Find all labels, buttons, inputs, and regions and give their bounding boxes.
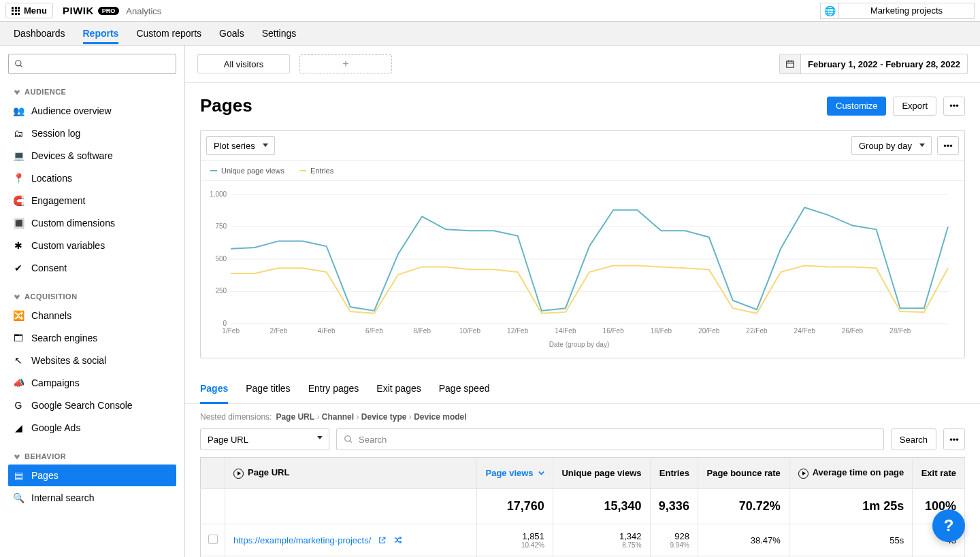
date-range-selector[interactable]: February 1, 2022 - February 28, 2022 [779,54,968,74]
svg-text:24/Feb: 24/Feb [794,327,816,335]
svg-text:10/Feb: 10/Feb [459,327,481,335]
more-icon: ••• [943,141,953,151]
google-ads-icon: ◢ [14,422,23,433]
chart-more-button[interactable]: ••• [937,136,959,155]
check-icon: ✔ [14,263,23,273]
group-by-select[interactable]: Group by day [851,136,932,155]
svg-text:1/Feb: 1/Feb [222,327,240,335]
svg-text:16/Feb: 16/Feb [603,327,625,335]
table-more-button[interactable]: ••• [943,428,965,450]
svg-text:26/Feb: 26/Feb [842,327,864,335]
tab-pages[interactable]: Pages [200,375,228,404]
svg-point-0 [16,61,21,66]
play-icon [233,469,244,479]
tab-entry-pages[interactable]: Entry pages [308,375,359,403]
sidebar-item-pages[interactable]: ▤Pages [8,465,176,486]
menu-button[interactable]: Menu [5,3,53,18]
summary-row: 17,76015,3409,33670.72%1m 25s100% [201,489,965,524]
sidebar-item-custom-dimensions[interactable]: 🔳Custom dimensions [8,212,176,234]
pages-icon: ▤ [14,470,23,481]
sidebar-item-campaigns[interactable]: 📣Campaigns [8,372,176,394]
subnav-settings[interactable]: Settings [262,22,297,44]
col-unique[interactable]: Unique page views [553,458,650,489]
sidebar-item-search-engines[interactable]: 🗔Search engines [8,327,176,349]
sidebar-item-session-log[interactable]: 🗂Session log [8,122,176,144]
subnav-custom-reports[interactable]: Custom reports [136,22,201,44]
row-checkbox[interactable] [208,535,218,544]
external-link-icon[interactable] [378,536,387,545]
table-row[interactable]: https://example/marketing-projects/ 1,85… [201,524,965,556]
plus-icon: + [342,58,348,70]
svg-text:4/Feb: 4/Feb [318,327,336,335]
customize-button[interactable]: Customize [827,97,886,116]
swatch-icon [299,170,306,171]
search-window-icon: 🗔 [14,333,23,343]
tab-page-speed[interactable]: Page speed [439,375,490,403]
speaker-icon: 📣 [14,377,23,388]
sidebar-group-behavior[interactable]: BEHAVIOR [0,448,184,465]
sidebar-item-audience-overview[interactable]: 👥Audience overview [8,100,176,122]
col-page-url[interactable]: Page URL [225,458,477,489]
globe-icon: 🌐 [824,5,836,16]
sidebar-item-internal-search[interactable]: 🔍Internal search [8,487,176,509]
filter-all-visitors[interactable]: All visitors [197,54,290,73]
legend-unique-page-views[interactable]: Unique page views [210,167,284,175]
more-actions-button[interactable]: ••• [943,97,965,116]
line-chart: 02505007501,0001/Feb2/Feb4/Feb6/Feb8/Feb… [203,188,955,351]
main-nav: DashboardsReportsCustom reportsGoalsSett… [0,22,980,46]
sidebar-item-locations[interactable]: 📍Locations [8,167,176,189]
search-icon: 🔍 [14,492,23,503]
nested-channel[interactable]: Channel [322,412,354,422]
plot-series-select[interactable]: Plot series [206,136,275,155]
subnav-dashboards[interactable]: Dashboards [14,22,65,44]
sidebar-item-channels[interactable]: 🔀Channels [8,305,176,326]
sidebar-item-custom-variables[interactable]: ✱Custom variables [8,235,176,256]
more-icon: ••• [949,101,959,111]
chart-card: Plot series Group by day ••• Unique page… [200,130,965,358]
col-avg-time[interactable]: Average time on page [789,458,912,489]
help-fab[interactable]: ? [932,509,965,542]
sidebar-item-consent[interactable]: ✔Consent [8,257,176,279]
nested-page-url[interactable]: Page URL [276,412,314,422]
checkbox-header[interactable] [201,458,225,489]
col-bounce[interactable]: Page bounce rate [698,458,789,489]
cube-icon: 🔳 [14,218,23,229]
col-entries[interactable]: Entries [650,458,698,489]
topbar: Menu PIWIK PRO Analytics 🌐 Marketing pro… [0,0,980,22]
svg-point-32 [345,436,350,441]
sidebar-item-google-ads[interactable]: ◢Google Ads [8,417,176,439]
asterisk-icon: ✱ [14,240,23,251]
sidebar-group-acquisition[interactable]: ACQUISITION [0,288,184,305]
table-search-input[interactable]: Search [336,428,884,450]
svg-text:14/Feb: 14/Feb [555,327,576,335]
subnav-goals[interactable]: Goals [219,22,244,44]
url-link[interactable]: https://example/marketing-projects/ [233,535,371,545]
content-tabs: PagesPage titlesEntry pagesExit pagesPag… [185,375,980,404]
tab-page-titles[interactable]: Page titles [246,375,290,403]
shuffle-icon[interactable] [393,535,403,545]
svg-text:Date (group by day): Date (group by day) [549,341,610,348]
tab-exit-pages[interactable]: Exit pages [376,375,421,403]
globe-button[interactable]: 🌐 [820,3,839,19]
sidebar-search[interactable] [8,54,176,74]
device-icon: 💻 [14,150,23,161]
sidebar-item-devices-software[interactable]: 💻Devices & software [8,145,176,167]
svg-text:20/Feb: 20/Feb [698,327,720,335]
nested-device-type[interactable]: Device type [361,412,407,422]
export-button[interactable]: Export [893,97,936,116]
sidebar-item-websites-social[interactable]: ↖Websites & social [8,350,176,371]
dimension-select[interactable]: Page URL [200,428,329,450]
sidebar-group-audience[interactable]: AUDIENCE [0,84,184,100]
search-button[interactable]: Search [891,428,936,450]
grid-icon [12,7,20,15]
project-selector[interactable]: Marketing projects [838,3,975,19]
sidebar-item-engagement[interactable]: 🧲Engagement [8,190,176,212]
nested-device-model[interactable]: Device model [414,412,466,422]
pin-icon: 📍 [14,173,23,184]
legend-entries[interactable]: Entries [299,167,333,175]
subnav-reports[interactable]: Reports [83,22,119,44]
sidebar-item-google-search-console[interactable]: GGoogle Search Console [8,394,176,416]
col-exit[interactable]: Exit rate [913,458,965,489]
col-page-views[interactable]: Page views [477,458,553,489]
add-filter-button[interactable]: + [299,54,392,73]
